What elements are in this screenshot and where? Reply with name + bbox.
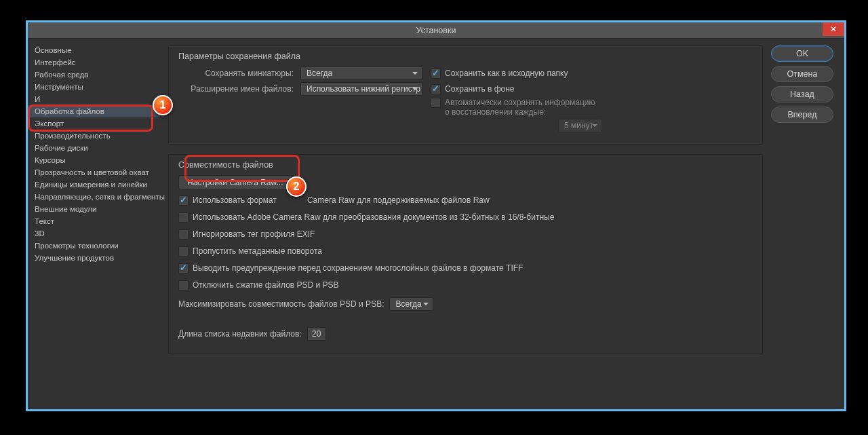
autosave-interval-select[interactable]: 5 минут <box>558 119 602 132</box>
sidebar-item-general[interactable]: Основные <box>28 44 160 56</box>
cancel-button[interactable]: Отмена <box>771 66 833 82</box>
save-params-panel: Параметры сохранения файла Сохранять мин… <box>168 45 763 145</box>
warn-tiff-label: Выводить предупреждение перед сохранение… <box>193 263 523 273</box>
use-acr-checkbox[interactable] <box>178 195 189 206</box>
compat-title: Совместимость файлов <box>178 160 753 170</box>
ignore-exif-checkbox[interactable] <box>178 229 189 240</box>
save-params-title: Параметры сохранения файла <box>178 52 753 61</box>
skip-rotate-checkbox[interactable] <box>178 246 189 257</box>
ext-select[interactable]: Использовать нижний регистр <box>300 82 422 96</box>
sidebar-item-file-handling[interactable]: Обработка файлов <box>28 105 160 117</box>
sidebar-item-plugins[interactable]: Внешние модули <box>28 203 160 215</box>
thumbs-label: Сохранять миниатюры: <box>178 69 300 78</box>
disable-psd-comp-label: Отключить сжатие файлов PSD и PSB <box>193 280 339 290</box>
window-title: Установки <box>28 22 844 39</box>
ignore-exif-label: Игнорировать тег профиля EXIF <box>193 229 315 239</box>
back-button[interactable]: Назад <box>771 86 833 102</box>
use-acr-label: Использовать формат <box>193 195 277 205</box>
camera-raw-settings-button[interactable]: Настройки Camera Raw... <box>178 175 292 190</box>
ok-button[interactable]: OK <box>771 45 833 62</box>
save-original-label: Сохранить как в исходную папку <box>445 69 568 78</box>
sidebar-item-performance[interactable]: Производительность <box>28 130 160 142</box>
sidebar-item-export[interactable]: Экспорт <box>28 117 160 130</box>
recent-files-label: Длина списка недавних файлов: <box>178 329 302 339</box>
sidebar: Основные Интерфейс Рабочая среда Инструм… <box>28 39 160 409</box>
autosave-label: Автоматически сохранять информацию о вос… <box>445 98 601 117</box>
annotation-badge-2: 2 <box>286 176 307 197</box>
acr-convert-label: Использовать Adobe Camera Raw для преобр… <box>193 212 554 222</box>
recent-files-input[interactable]: 20 <box>307 327 326 341</box>
ext-label: Расширение имен файлов: <box>178 84 300 94</box>
max-compat-label: Максимизировать совместимость файлов PSD… <box>178 299 384 309</box>
sidebar-item-truncated[interactable]: И <box>28 93 160 105</box>
save-original-checkbox[interactable] <box>431 69 441 79</box>
sidebar-item-type[interactable]: Текст <box>28 215 160 227</box>
sidebar-item-3d[interactable]: 3D <box>28 227 160 240</box>
sidebar-item-scratch-disks[interactable]: Рабочие диски <box>28 142 160 154</box>
forward-button[interactable]: Вперед <box>771 107 833 123</box>
compat-panel: Совместимость файлов Настройки Camera Ra… <box>168 154 763 354</box>
save-bg-checkbox[interactable] <box>431 84 441 94</box>
sidebar-item-units[interactable]: Единицы измерения и линейки <box>28 178 160 191</box>
disable-psd-comp-checkbox[interactable] <box>178 280 189 290</box>
skip-rotate-label: Пропустить метаданные поворота <box>193 246 322 256</box>
sidebar-item-product-improvement[interactable]: Улучшение продуктов <box>28 252 160 264</box>
autosave-checkbox[interactable] <box>431 98 441 108</box>
warn-tiff-checkbox[interactable] <box>178 263 189 273</box>
sidebar-item-interface[interactable]: Интерфейс <box>28 56 160 69</box>
sidebar-item-cursors[interactable]: Курсоры <box>28 154 160 166</box>
close-button[interactable]: ✕ <box>823 22 844 36</box>
annotation-badge-1: 1 <box>153 95 173 115</box>
save-bg-label: Сохранить в фоне <box>445 84 515 94</box>
max-compat-select[interactable]: Всегда <box>389 297 433 311</box>
sidebar-item-tools[interactable]: Инструменты <box>28 81 160 93</box>
acr-convert-checkbox[interactable] <box>178 212 189 223</box>
sidebar-item-workspace[interactable]: Рабочая среда <box>28 69 160 81</box>
thumbs-select[interactable]: Всегда <box>300 67 422 80</box>
sidebar-item-guides[interactable]: Направляющие, сетка и фрагменты <box>28 191 160 203</box>
sidebar-item-transparency[interactable]: Прозрачность и цветовой охват <box>28 166 160 178</box>
sidebar-item-tech-previews[interactable]: Просмотры технологии <box>28 240 160 252</box>
